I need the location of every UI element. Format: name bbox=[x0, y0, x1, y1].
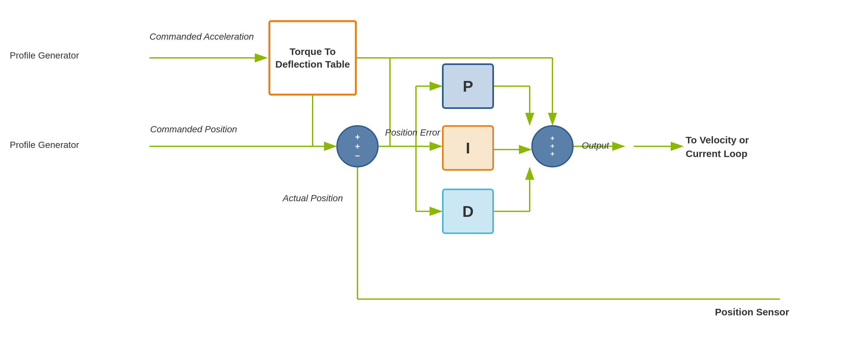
profile-generator-top: Profile Generator bbox=[10, 50, 79, 61]
diagram-container: Profile Generator Profile Generator Comm… bbox=[0, 0, 868, 356]
torque-table-label: Torque To Deflection Table bbox=[270, 45, 355, 70]
torque-deflection-table-block: Torque To Deflection Table bbox=[269, 20, 357, 96]
output-summer: + + + bbox=[531, 125, 574, 168]
diagram-svg bbox=[0, 0, 868, 356]
commanded-position-label: Commanded Position bbox=[150, 123, 237, 135]
i-label: I bbox=[466, 139, 470, 157]
actual-position-label: Actual Position bbox=[283, 192, 343, 205]
p-block: P bbox=[442, 63, 494, 109]
i-block: I bbox=[442, 125, 494, 171]
commanded-acceleration-label: Commanded Acceleration bbox=[150, 31, 254, 42]
main-summer-symbols: + + – bbox=[355, 132, 360, 160]
d-block: D bbox=[442, 188, 494, 234]
output-label: Output bbox=[582, 140, 609, 151]
to-velocity-label: To Velocity or Current Loop bbox=[686, 133, 757, 160]
p-label: P bbox=[463, 78, 473, 95]
position-error-label: Position Error bbox=[385, 127, 440, 139]
position-sensor-label: Position Sensor bbox=[715, 306, 789, 318]
main-summer: + + – bbox=[336, 125, 379, 168]
profile-generator-bottom: Profile Generator bbox=[10, 140, 79, 150]
output-summer-symbols: + + + bbox=[551, 135, 555, 158]
d-label: D bbox=[462, 203, 474, 220]
